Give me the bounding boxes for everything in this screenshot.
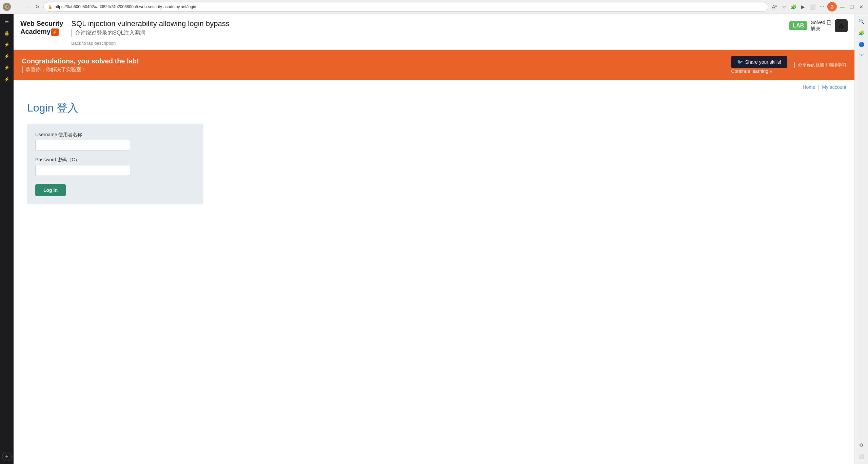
login-container: Login 登入 Username 使用者名称 Password 密码（C） L… — [14, 94, 854, 218]
forward-button[interactable]: → — [23, 3, 31, 11]
twitter-icon: 🐦 — [737, 59, 743, 65]
warning-symbol: ⚠ — [839, 22, 844, 29]
lab-header: Web SecurityAcademy⚡ SQL injection vulne… — [14, 14, 854, 50]
back-to-lab-link[interactable]: Back to lab description — [71, 41, 116, 46]
sidebar-icon-bolt1[interactable]: ⚡ — [2, 40, 12, 49]
banner-text-english: Congratulations, you solved the lab! — [22, 57, 139, 65]
main-content: Web SecurityAcademy⚡ SQL injection vulne… — [14, 14, 854, 464]
banner-actions: 🐦 Share your skills! Continue learning »… — [731, 56, 846, 74]
logo-badge: ⚡ — [51, 28, 59, 36]
right-sidebar: 🔍 🧩 🔵 📧 ⚙ ⬜ — [854, 14, 868, 464]
password-label: Password 密码（C） — [35, 157, 195, 163]
lab-status-area: LAB Solved 已 解决 ⚠ — [789, 19, 848, 32]
refresh-button[interactable]: ↻ — [33, 3, 41, 11]
toolbar-actions: Aᵃ ☆ 🧩 ▶ ⬜ ⋯ B — ☐ ✕ — [770, 2, 865, 12]
translate-icon[interactable]: Aᵃ — [770, 3, 778, 11]
right-resize-icon: ⬜ — [857, 452, 866, 461]
login-button[interactable]: Log in — [35, 184, 66, 196]
lab-logo-text: Web SecurityAcademy⚡ — [20, 19, 63, 36]
password-input[interactable] — [35, 165, 130, 176]
sidebar-icon-menu[interactable]: ☰ — [2, 17, 12, 26]
lab-title-chinese: 允许绕过登录的SQL注入漏洞 — [71, 29, 781, 37]
sidebar-icon-bolt2[interactable]: ⚡ — [2, 51, 12, 61]
minimize-icon[interactable]: — — [838, 3, 846, 11]
brave-icon[interactable]: B — [827, 2, 837, 12]
more-icon[interactable]: ⋯ — [818, 3, 826, 11]
back-button[interactable]: ← — [13, 3, 21, 11]
extension-icon[interactable]: 🧩 — [789, 3, 797, 11]
my-account-link[interactable]: My account — [822, 84, 846, 90]
sidebar-add-button[interactable]: + — [2, 452, 12, 461]
lab-title-english: SQL injection vulnerability allowing log… — [71, 19, 781, 28]
success-banner: Congratulations, you solved the lab! 恭喜你… — [14, 50, 854, 80]
lab-warning-icon: ⚠ — [835, 19, 848, 32]
lab-app: Home | My account Login 登入 Username 使用者名… — [14, 80, 854, 218]
browser-chrome: 😊 ← → ↻ 🔒 https://0ab600e50492aad082fb74… — [0, 0, 868, 14]
url-text: https://0ab600e50492aad082fb74b2003800a5… — [55, 4, 196, 9]
username-group: Username 使用者名称 — [35, 132, 195, 151]
right-sync-icon[interactable]: 🔵 — [857, 40, 866, 49]
lab-logo: Web SecurityAcademy⚡ — [20, 19, 63, 36]
login-form-box: Username 使用者名称 Password 密码（C） Log in — [27, 124, 203, 204]
home-link[interactable]: Home — [803, 84, 815, 90]
banner-text-chinese: 恭喜你，你解决了实验室！ — [22, 66, 139, 73]
close-icon[interactable]: ✕ — [857, 3, 865, 11]
play-icon[interactable]: ▶ — [799, 3, 807, 11]
login-title: Login 登入 — [27, 101, 841, 116]
main-layout: ☰ 🔒 ⚡ ⚡ ⚡ ⚡ + Web SecurityAcademy⚡ SQL i… — [0, 14, 868, 464]
continue-learning-button[interactable]: Continue learning » — [731, 68, 772, 74]
nav-separator: | — [818, 84, 820, 90]
address-bar[interactable]: 🔒 https://0ab600e50492aad082fb74b2003800… — [43, 2, 768, 12]
login-form: Username 使用者名称 Password 密码（C） Log in — [35, 132, 195, 196]
lab-info: SQL injection vulnerability allowing log… — [71, 19, 781, 46]
sidebar-icon-bolt4[interactable]: ⚡ — [2, 74, 12, 84]
left-sidebar: ☰ 🔒 ⚡ ⚡ ⚡ ⚡ + — [0, 14, 14, 464]
password-group: Password 密码（C） — [35, 157, 195, 176]
right-settings-icon: ⚙ — [857, 440, 866, 450]
right-extension-icon[interactable]: 🧩 — [857, 28, 866, 38]
browser-toolbar: 😊 ← → ↻ 🔒 https://0ab600e50492aad082fb74… — [0, 0, 868, 14]
username-label: Username 使用者名称 — [35, 132, 195, 138]
tab-icon[interactable]: ⬜ — [808, 3, 816, 11]
right-mail-icon[interactable]: 📧 — [857, 51, 866, 61]
app-navbar: Home | My account — [14, 80, 854, 94]
lock-icon: 🔒 — [48, 5, 53, 9]
maximize-icon[interactable]: ☐ — [848, 3, 856, 11]
banner-actions-chinese: 分享你的技能！继续学习 — [794, 62, 846, 68]
lab-solved-text: Solved 已 解决 — [811, 20, 831, 32]
share-skills-button[interactable]: 🐦 Share your skills! — [731, 56, 787, 68]
lab-badge: LAB — [789, 21, 807, 30]
bookmark-icon[interactable]: ☆ — [780, 3, 788, 11]
banner-actions-primary: 🐦 Share your skills! Continue learning » — [731, 56, 787, 74]
username-input[interactable] — [35, 140, 130, 151]
right-search-icon[interactable]: 🔍 — [857, 17, 866, 26]
browser-avatar: 😊 — [3, 3, 11, 11]
banner-text: Congratulations, you solved the lab! 恭喜你… — [22, 57, 139, 73]
sidebar-icon-bolt3[interactable]: ⚡ — [2, 63, 12, 72]
sidebar-icon-shield[interactable]: 🔒 — [2, 28, 12, 38]
